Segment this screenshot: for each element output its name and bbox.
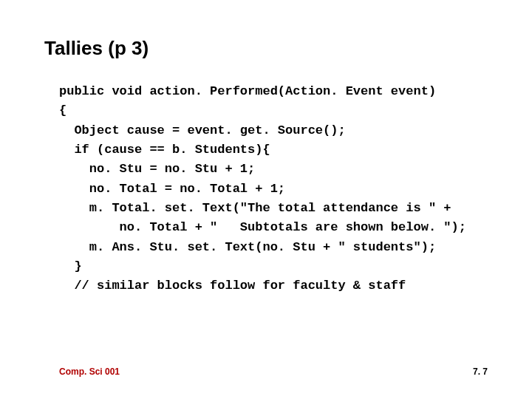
slide: Tallies (p 3) public void action. Perfor… <box>0 0 532 399</box>
code-block: public void action. Performed(Action. Ev… <box>59 82 488 296</box>
footer-page-number: 7. 7 <box>473 366 488 377</box>
slide-title: Tallies (p 3) <box>44 37 488 60</box>
footer-course: Comp. Sci 001 <box>59 366 120 377</box>
